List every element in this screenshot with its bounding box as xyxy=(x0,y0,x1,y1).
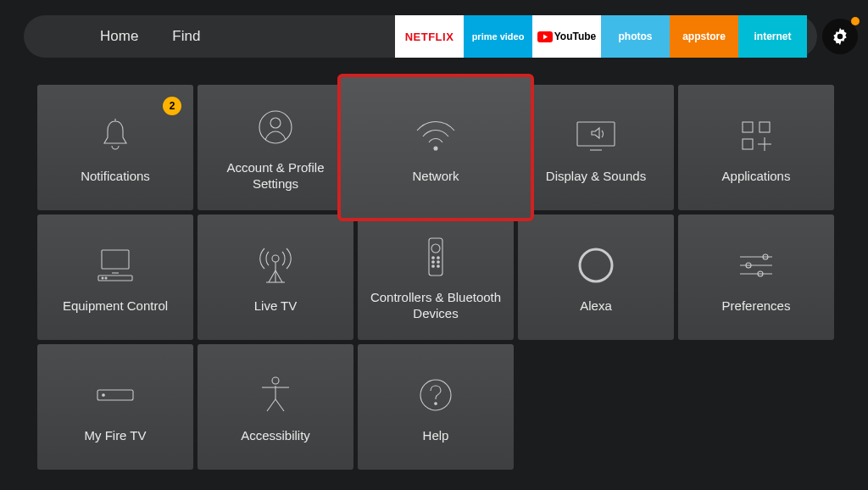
card-label: Display & Sounds xyxy=(546,169,646,185)
app-netflix[interactable]: NETFLIX xyxy=(395,15,464,58)
top-bar: Home Find NETFLIX prime video YouTube ph… xyxy=(24,15,858,58)
svg-rect-8 xyxy=(743,122,753,132)
card-label: Equipment Control xyxy=(63,298,168,315)
app-photos[interactable]: photos xyxy=(601,15,670,58)
card-label: Accessibility xyxy=(241,428,310,444)
nav-pill: Home Find NETFLIX prime video YouTube ph… xyxy=(24,15,817,58)
svg-point-46 xyxy=(435,402,437,404)
card-equipment-control[interactable]: Equipment Control xyxy=(37,214,193,340)
card-accessibility[interactable]: Accessibility xyxy=(198,344,353,470)
svg-point-3 xyxy=(259,111,292,143)
svg-point-2 xyxy=(837,34,843,40)
wifi-icon xyxy=(412,111,459,160)
remote-icon xyxy=(426,232,445,281)
card-label: Applications xyxy=(722,169,791,185)
svg-point-4 xyxy=(270,118,281,128)
svg-point-5 xyxy=(434,147,437,150)
settings-grid: 2 Notifications Account & Profile Settin… xyxy=(37,85,834,470)
svg-rect-9 xyxy=(760,122,770,132)
antenna-icon xyxy=(258,241,293,290)
svg-point-30 xyxy=(437,265,440,268)
alexa-ring-icon xyxy=(577,241,615,290)
svg-point-18 xyxy=(272,255,279,262)
app-primevideo[interactable]: prime video xyxy=(464,15,532,58)
accessibility-person-icon xyxy=(259,370,292,420)
svg-point-24 xyxy=(431,244,440,253)
profile-icon xyxy=(258,103,293,152)
svg-point-39 xyxy=(103,393,105,396)
help-icon xyxy=(418,370,453,420)
svg-point-29 xyxy=(432,265,435,268)
svg-line-21 xyxy=(269,270,275,282)
svg-point-16 xyxy=(102,277,103,279)
bell-icon xyxy=(98,111,132,160)
equipment-icon xyxy=(95,241,136,290)
card-label: Live TV xyxy=(254,298,298,315)
svg-point-40 xyxy=(272,377,279,384)
card-help[interactable]: Help xyxy=(358,344,514,470)
app-youtube[interactable]: YouTube xyxy=(532,15,601,58)
card-account[interactable]: Account & Profile Settings xyxy=(198,85,353,210)
svg-rect-13 xyxy=(102,250,129,269)
card-notifications[interactable]: 2 Notifications xyxy=(37,85,193,210)
svg-point-26 xyxy=(437,257,440,259)
svg-point-27 xyxy=(432,261,435,264)
nav-home[interactable]: Home xyxy=(100,28,138,45)
svg-line-22 xyxy=(275,270,282,282)
nav-find[interactable]: Find xyxy=(172,28,200,45)
card-label: Preferences xyxy=(722,298,791,315)
notification-count-badge: 2 xyxy=(163,97,181,115)
svg-point-25 xyxy=(432,257,435,259)
firetv-box-icon xyxy=(94,370,136,420)
svg-line-44 xyxy=(275,399,284,411)
card-preferences[interactable]: Preferences xyxy=(678,214,834,340)
apps-grid-icon xyxy=(739,111,773,160)
svg-rect-10 xyxy=(743,139,753,149)
card-label: My Fire TV xyxy=(84,428,146,444)
display-sound-icon xyxy=(575,111,617,160)
svg-point-28 xyxy=(437,261,440,264)
app-appstore[interactable]: appstore xyxy=(670,15,738,58)
card-label: Network xyxy=(412,169,459,185)
card-my-fire-tv[interactable]: My Fire TV xyxy=(37,344,193,470)
app-youtube-label: YouTube xyxy=(554,31,597,42)
svg-point-45 xyxy=(420,380,451,410)
card-live-tv[interactable]: Live TV xyxy=(198,214,353,340)
youtube-play-icon xyxy=(537,31,553,42)
card-label: Notifications xyxy=(81,169,150,185)
svg-point-17 xyxy=(105,277,107,279)
sliders-icon xyxy=(737,241,776,290)
card-controllers-bluetooth[interactable]: Controllers & Bluetooth Devices xyxy=(358,214,514,340)
card-label: Account & Profile Settings xyxy=(206,160,345,192)
card-display-sounds[interactable]: Display & Sounds xyxy=(518,85,674,210)
svg-point-31 xyxy=(580,249,612,281)
app-shortcut-row: NETFLIX prime video YouTube photos appst… xyxy=(395,15,807,58)
card-alexa[interactable]: Alexa xyxy=(518,214,674,340)
card-label: Help xyxy=(423,428,449,444)
card-network[interactable]: Network xyxy=(340,76,531,219)
settings-gear-button[interactable] xyxy=(822,19,858,54)
gear-icon xyxy=(829,25,851,47)
app-internet[interactable]: internet xyxy=(738,15,807,58)
svg-rect-6 xyxy=(577,122,615,146)
card-applications[interactable]: Applications xyxy=(678,85,834,210)
svg-line-43 xyxy=(267,399,275,411)
card-label: Controllers & Bluetooth Devices xyxy=(366,290,505,322)
card-label: Alexa xyxy=(580,298,612,315)
